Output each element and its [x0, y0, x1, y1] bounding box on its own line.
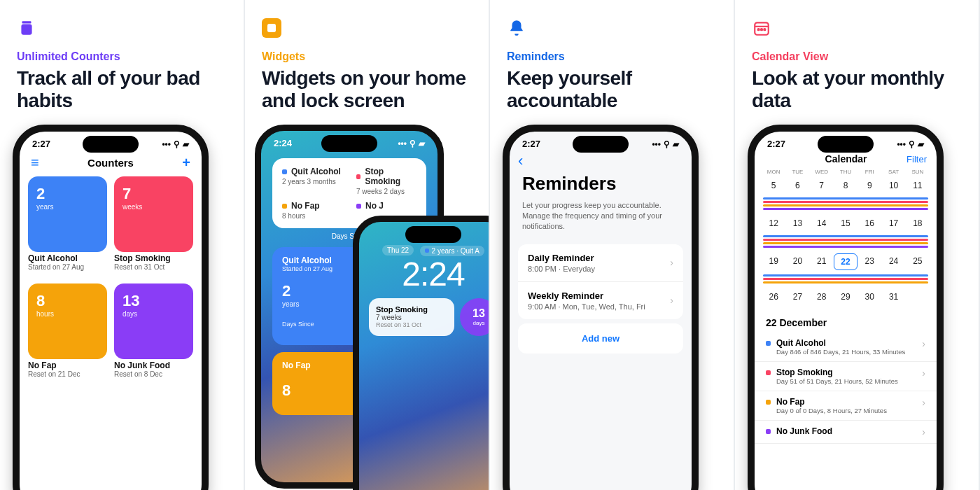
lock-time: 2:24: [359, 258, 490, 291]
calendar-day[interactable]: 16: [858, 216, 881, 231]
feature-panel-calendar: Calendar View Look at your monthly data …: [735, 0, 980, 490]
svg-rect-2: [267, 24, 276, 32]
eyebrow: Widgets: [262, 50, 475, 63]
calendar-day[interactable]: 5: [762, 178, 785, 193]
chevron-right-icon: ›: [922, 338, 925, 349]
headline: Look at your monthly data: [752, 67, 965, 112]
lock-widget-pill[interactable]: 2 years · Quit A: [420, 246, 484, 256]
feature-panel-widgets: Widgets Widgets on your home and lock sc…: [245, 0, 490, 490]
counter-card[interactable]: 13days No Junk FoodReset on 8 Dec: [114, 284, 193, 378]
calendar-day[interactable]: 10: [881, 178, 905, 193]
calendar-day[interactable]: 7: [810, 178, 834, 193]
list-icon[interactable]: ≡: [31, 155, 39, 171]
counter-card[interactable]: 8hours No FapReset on 21 Dec: [28, 284, 107, 378]
calendar-entry[interactable]: No FapDay 0 of 0 Days, 8 Hours, 27 Minut…: [755, 391, 937, 421]
add-icon[interactable]: +: [182, 155, 190, 171]
calendar-day[interactable]: 13: [785, 216, 809, 231]
calendar-entry[interactable]: Stop SmokingDay 51 of 51 Days, 21 Hours,…: [755, 362, 937, 391]
reminder-row[interactable]: Daily Reminder8:00 PM · Everyday›: [518, 244, 683, 282]
dynamic-island: [321, 135, 377, 152]
calendar-day[interactable]: 8: [834, 178, 858, 193]
calendar-day[interactable]: 24: [881, 253, 905, 270]
feature-panel-reminders: Reminders Keep yourself accountable 2:27…: [490, 0, 735, 490]
counter-card[interactable]: 7weeks Stop SmokingReset on 31 Oct: [114, 176, 193, 271]
lock-widget-circle[interactable]: 13 days: [460, 298, 490, 336]
calendar-day[interactable]: 22: [834, 253, 858, 270]
jar-icon: [17, 18, 36, 38]
calendar-day: [906, 289, 930, 304]
eyebrow: Calendar View: [752, 50, 965, 63]
calendar-entry[interactable]: No Junk Food ›: [755, 421, 937, 444]
phone-mock-reminders: 2:27 •••⚲▰ ‹ Reminders Let your progress…: [503, 125, 699, 490]
bell-icon: [507, 18, 526, 38]
chevron-right-icon: ›: [670, 257, 673, 268]
calendar-day[interactable]: 15: [834, 216, 858, 231]
page-title: Reminders: [510, 170, 692, 197]
calendar-day[interactable]: 23: [858, 253, 881, 270]
reminder-row[interactable]: Weekly Reminder9:00 AM · Mon, Tue, Wed, …: [518, 282, 683, 319]
calendar-day[interactable]: 27: [785, 289, 809, 304]
chevron-right-icon: ›: [922, 426, 925, 438]
calendar-day[interactable]: 18: [906, 216, 930, 231]
calendar-day[interactable]: 17: [881, 216, 905, 231]
add-new-button[interactable]: Add new: [518, 323, 683, 354]
headline: Track all of your bad habits: [17, 67, 230, 112]
calendar-day[interactable]: 21: [810, 253, 834, 270]
dynamic-island: [573, 136, 629, 153]
calendar-day[interactable]: 26: [762, 289, 785, 304]
back-button[interactable]: ‹: [510, 152, 692, 170]
chevron-right-icon: ›: [670, 295, 673, 306]
dynamic-island: [83, 136, 139, 153]
widget-icon: [262, 18, 281, 38]
eyebrow: Reminders: [507, 50, 720, 63]
calendar-day[interactable]: 20: [785, 253, 809, 270]
svg-rect-0: [22, 21, 31, 23]
svg-point-7: [764, 29, 765, 30]
calendar-day[interactable]: 25: [906, 253, 930, 270]
lock-date: Thu 22: [382, 245, 414, 255]
calendar-day[interactable]: 30: [858, 289, 881, 304]
calendar-entry[interactable]: Quit AlcoholDay 846 of 846 Days, 21 Hour…: [755, 332, 937, 362]
eyebrow: Unlimited Counters: [17, 50, 230, 63]
counter-card[interactable]: 2years Quit AlcoholStarted on 27 Aug: [28, 176, 107, 271]
svg-point-5: [758, 29, 760, 30]
page-subtitle: Let your progress keep you accountable. …: [510, 197, 692, 240]
dynamic-island: [405, 226, 461, 243]
phone-mock-calendar: 2:27 •••⚲▰ Calendar Filter MONTUEWEDTHUF…: [748, 125, 944, 490]
lock-widget-card[interactable]: Stop Smoking 7 weeks Reset on 31 Oct: [369, 298, 454, 336]
headline: Keep yourself accountable: [507, 67, 720, 112]
calendar-day[interactable]: 28: [810, 289, 834, 304]
calendar-day[interactable]: 9: [858, 178, 881, 193]
calendar-day[interactable]: 12: [762, 216, 785, 231]
filter-button[interactable]: Filter: [906, 154, 927, 164]
svg-rect-1: [21, 24, 31, 35]
calendar-day[interactable]: 19: [762, 253, 785, 270]
calendar-icon: [752, 18, 771, 38]
svg-point-6: [761, 29, 762, 30]
calendar-day[interactable]: 6: [785, 178, 809, 193]
calendar-day[interactable]: 29: [834, 289, 858, 304]
selected-date-heading: 22 December: [755, 310, 937, 332]
feature-panel-counters: Unlimited Counters Track all of your bad…: [0, 0, 245, 490]
calendar-day[interactable]: 14: [810, 216, 834, 231]
calendar-day[interactable]: 11: [906, 178, 930, 193]
nav-title: Counters: [88, 157, 134, 169]
dynamic-island: [818, 136, 874, 153]
phone-mock-counters: 2:27 •••⚲▰ ≡ Counters + 2years Quit Alco…: [13, 125, 209, 490]
calendar-day[interactable]: 31: [881, 289, 905, 304]
headline: Widgets on your home and lock screen: [262, 67, 475, 112]
chevron-right-icon: ›: [922, 397, 925, 408]
chevron-right-icon: ›: [922, 368, 925, 379]
phone-mock-lock: Thu 22 2 years · Quit A 2:24 Stop Smokin…: [353, 216, 490, 490]
nav-title: Calendar: [825, 153, 867, 164]
